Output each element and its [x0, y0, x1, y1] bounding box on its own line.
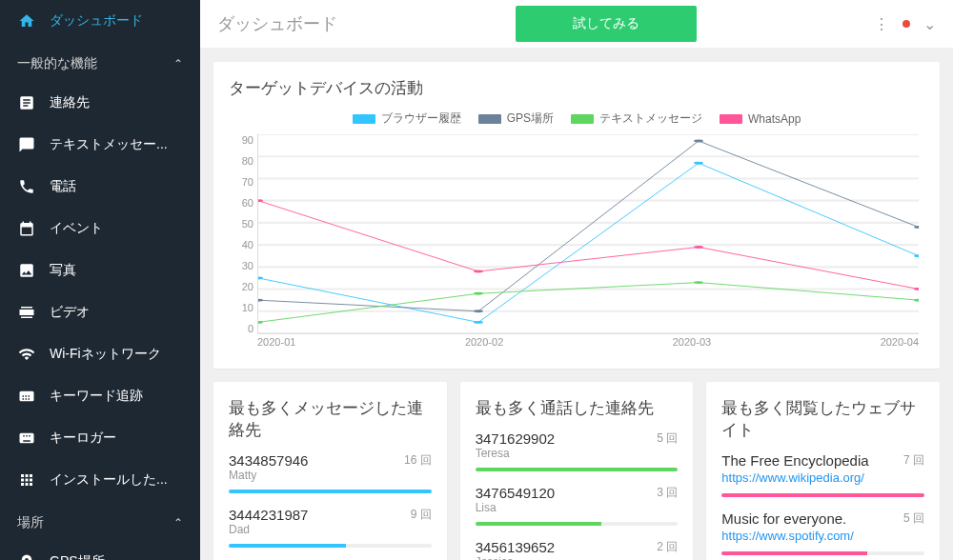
- home-icon: [17, 11, 36, 30]
- keyword-icon: [17, 387, 36, 406]
- summary-row: 最も多くメッセージした連絡先3434857946Matty16 回3444231…: [213, 382, 940, 560]
- sidebar-item-label: キーワード追跡: [50, 388, 143, 405]
- sidebar-item-pin[interactable]: GPS場所: [0, 541, 200, 560]
- sidebar-item-label: 連絡先: [50, 94, 90, 111]
- sidebar-item-video[interactable]: ビデオ: [0, 291, 200, 333]
- panel-title: 最も多く閲覧したウェブサイト: [721, 397, 924, 441]
- sidebar-item-label: イベント: [50, 220, 103, 237]
- top-messages-card: 最も多くメッセージした連絡先3434857946Matty16 回3444231…: [213, 382, 447, 560]
- msg-icon: [17, 135, 36, 154]
- sidebar-item-label: ビデオ: [50, 304, 90, 321]
- chart-title: ターゲットデバイスの活動: [229, 77, 924, 99]
- legend-swatch: [720, 114, 742, 124]
- keylog-icon: [17, 429, 36, 448]
- legend-item[interactable]: WhatsApp: [720, 110, 801, 127]
- video-icon: [17, 303, 36, 322]
- pin-icon: [17, 552, 36, 560]
- sidebar-item-wifi[interactable]: Wi-Fiネットワーク: [0, 333, 200, 375]
- chevron-up-icon: ⌃: [173, 516, 183, 530]
- legend-swatch: [353, 114, 375, 124]
- progress-bar: [229, 490, 432, 493]
- sidebar-item-event[interactable]: イベント: [0, 208, 200, 250]
- try-button[interactable]: 試してみる: [516, 6, 697, 42]
- chart-plot: [257, 134, 919, 334]
- wifi-icon: [17, 345, 36, 364]
- item-count: 7 回: [903, 452, 924, 469]
- legend-item[interactable]: ブラウザー履歴: [353, 110, 461, 127]
- more-icon[interactable]: ⋮: [874, 15, 889, 33]
- legend-item[interactable]: テキストメッセージ: [571, 110, 702, 127]
- legend-swatch: [571, 114, 594, 124]
- sidebar-item-msg[interactable]: テキストメッセー...: [0, 124, 200, 166]
- svg-point-21: [914, 299, 919, 302]
- sidebar-item-apps[interactable]: インストールした...: [0, 459, 200, 501]
- contacts-icon: [17, 93, 36, 112]
- item-primary: 3476549120: [476, 485, 555, 501]
- legend-item[interactable]: GPS場所: [478, 110, 554, 127]
- item-link[interactable]: https://www.wikipedia.org/: [721, 470, 864, 485]
- item-primary: Music for everyone.: [721, 510, 853, 527]
- list-item: Music for everyone.https://www.spotify.c…: [721, 510, 924, 555]
- sidebar-section-general[interactable]: 一般的な機能 ⌃: [0, 42, 200, 82]
- svg-point-15: [474, 310, 483, 312]
- legend-swatch: [478, 114, 501, 124]
- svg-point-24: [694, 246, 703, 249]
- sidebar-item-label: インストールした...: [50, 471, 168, 489]
- svg-point-13: [914, 254, 919, 257]
- sidebar-dashboard-label: ダッシュボード: [50, 12, 143, 30]
- item-secondary: Matty: [229, 469, 308, 482]
- x-axis-labels: 2020-012020-022020-032020-04: [257, 336, 919, 353]
- svg-point-19: [474, 292, 483, 295]
- svg-point-23: [474, 270, 483, 273]
- phone-icon: [17, 177, 36, 196]
- topbar: ダッシュボード 試してみる ⋮ ⌄: [200, 0, 953, 49]
- sidebar: ダッシュボード 一般的な機能 ⌃ 連絡先テキストメッセー...電話イベント写真ビ…: [0, 0, 200, 560]
- list-item: 3476549120Lisa3 回: [476, 485, 679, 526]
- sidebar-item-phone[interactable]: 電話: [0, 166, 200, 208]
- sidebar-item-keylog[interactable]: キーロガー: [0, 417, 200, 459]
- item-count: 3 回: [657, 485, 678, 501]
- item-secondary: Teresa: [476, 447, 555, 460]
- chevron-up-icon: ⌃: [173, 57, 183, 70]
- item-secondary: Lisa: [476, 501, 555, 514]
- status-dot: [902, 20, 910, 28]
- list-item: 3444231987Dad9 回: [229, 507, 432, 548]
- activity-chart-card: ターゲットデバイスの活動 ブラウザー履歴GPS場所テキストメッセージWhatsA…: [213, 62, 940, 369]
- list-item: 3471629902Teresa5 回: [476, 430, 679, 471]
- sidebar-item-keyword[interactable]: キーワード追跡: [0, 375, 200, 417]
- item-primary: 3444231987: [229, 507, 308, 523]
- page-title: ダッシュボード: [217, 12, 337, 35]
- y-axis-labels: 9080706050403020100: [229, 134, 253, 334]
- sidebar-item-photo[interactable]: 写真: [0, 250, 200, 291]
- progress-bar: [721, 551, 924, 555]
- svg-point-18: [258, 321, 263, 324]
- item-link[interactable]: https://www.spotify.com/: [721, 529, 853, 543]
- sidebar-item-label: テキストメッセー...: [50, 136, 168, 153]
- item-secondary: Dad: [229, 523, 308, 536]
- panel-title: 最も多くメッセージした連絡先: [229, 397, 432, 441]
- item-primary: 3456139652: [476, 539, 555, 555]
- top-websites-card: 最も多く閲覧したウェブサイトThe Free Encyclopediahttps…: [706, 382, 940, 560]
- sidebar-item-label: 写真: [50, 262, 76, 279]
- sidebar-item-label: キーロガー: [50, 430, 116, 447]
- chevron-down-icon[interactable]: ⌄: [923, 15, 936, 33]
- item-count: 5 回: [903, 510, 924, 527]
- progress-bar: [229, 544, 432, 548]
- main: ダッシュボード 試してみる ⋮ ⌄ ターゲットデバイスの活動 ブラウザー履歴GP…: [200, 0, 953, 560]
- progress-bar: [476, 468, 679, 471]
- item-primary: The Free Encyclopedia: [721, 452, 868, 469]
- sidebar-item-label: 電話: [50, 178, 76, 195]
- item-count: 16 回: [404, 452, 432, 469]
- chart-legend: ブラウザー履歴GPS場所テキストメッセージWhatsApp: [229, 110, 924, 127]
- list-item: 3456139652Jessica2 回: [476, 539, 679, 560]
- sidebar-dashboard[interactable]: ダッシュボード: [0, 0, 200, 42]
- item-count: 5 回: [657, 430, 678, 447]
- item-count: 2 回: [657, 539, 678, 555]
- sidebar-section-location[interactable]: 場所 ⌃: [0, 501, 200, 541]
- list-item: The Free Encyclopediahttps://www.wikiped…: [721, 452, 924, 497]
- item-primary: 3434857946: [229, 452, 308, 469]
- progress-bar: [476, 522, 679, 526]
- item-primary: 3471629902: [476, 430, 555, 447]
- sidebar-item-contacts[interactable]: 連絡先: [0, 82, 200, 124]
- top-calls-card: 最も多く通話した連絡先3471629902Teresa5 回3476549120…: [460, 382, 694, 560]
